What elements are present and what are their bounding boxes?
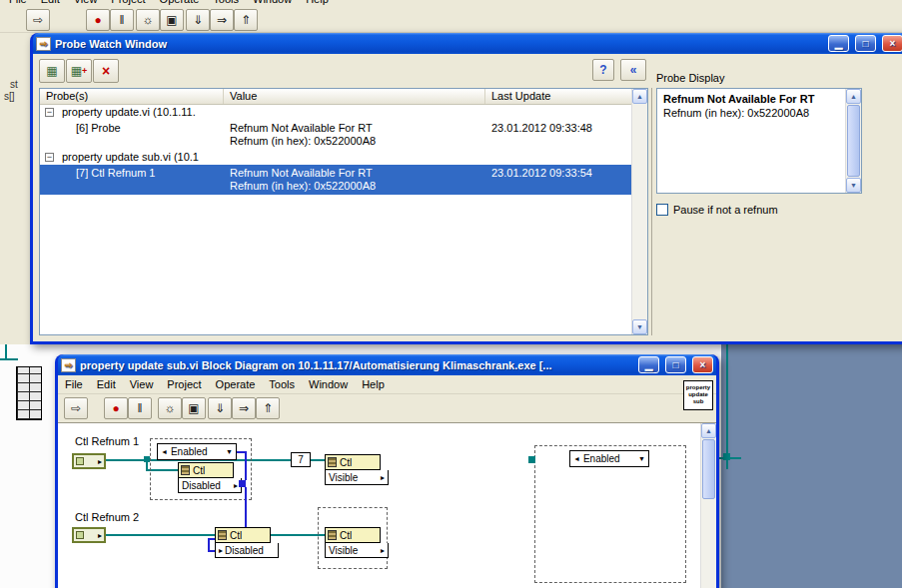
collapse-pane-icon: « (630, 63, 637, 77)
bd-titlebar[interactable]: ⇨ property update sub.vi Block Diagram o… (58, 354, 716, 375)
probe-list-scrollbar[interactable]: ▲ ▼ (631, 89, 647, 334)
step-into-button[interactable]: ⇓ (208, 397, 232, 419)
scroll-up-button[interactable]: ▲ (701, 423, 716, 438)
step-out-button[interactable]: ⇑ (234, 9, 258, 31)
menu-help[interactable]: Help (355, 376, 392, 392)
refnum-wire[interactable] (311, 459, 325, 461)
probe-row[interactable]: [6] Probe Refnum Not Available For RT Re… (40, 120, 647, 150)
menu-file[interactable]: File (2, 0, 34, 7)
diagram-scrollbar[interactable]: ▲ (700, 423, 716, 588)
add-probe-button[interactable]: ▦ + (66, 59, 92, 83)
menu-operate[interactable]: Operate (209, 376, 263, 392)
vi-icon[interactable]: property update sub (683, 380, 713, 410)
enum-wire[interactable] (245, 451, 247, 480)
refnum-glyph (76, 531, 84, 539)
property-item-disabled[interactable]: Disabled ▸ (178, 478, 242, 493)
maximize-button[interactable]: □ (855, 35, 876, 52)
step-over-button[interactable]: ⇒ (232, 397, 256, 419)
close-button[interactable]: × (882, 35, 902, 52)
property-node-header[interactable]: Ctl (215, 527, 271, 543)
refnum-wire[interactable] (271, 534, 325, 536)
control-label[interactable]: Ctl Refnum 1 (75, 435, 139, 447)
menu-help[interactable]: Help (299, 0, 336, 7)
refnum-wire[interactable] (106, 534, 215, 536)
maximize-button[interactable]: □ (665, 356, 686, 373)
scroll-thumb[interactable] (702, 439, 715, 499)
scroll-thumb[interactable] (847, 105, 860, 177)
selection-handle[interactable] (723, 453, 730, 460)
tree-collapse-icon[interactable]: − (45, 108, 54, 117)
property-node-header[interactable]: Ctl (325, 527, 381, 543)
scroll-down-button[interactable]: ▼ (846, 178, 861, 193)
pane-divider[interactable] (651, 88, 652, 335)
menu-operate[interactable]: Operate (153, 0, 207, 7)
menu-file[interactable]: File (58, 376, 90, 392)
help-button[interactable]: ? (592, 59, 614, 81)
run-button[interactable]: ⇨ (64, 397, 88, 419)
step-over-button[interactable]: ⇒ (210, 9, 234, 31)
retain-wire-values-button[interactable]: ▣ (182, 397, 206, 419)
enum-decrement-icon[interactable]: ◄ (573, 455, 580, 462)
enum-constant[interactable]: ◄ Enabled ▼ (157, 443, 237, 460)
selection-handle[interactable] (528, 456, 535, 463)
menu-tools[interactable]: Tools (206, 0, 246, 7)
tree-group-label: property update sub.vi (10.1 (62, 151, 199, 163)
run-button[interactable]: ⇨ (26, 9, 50, 31)
menu-edit[interactable]: Edit (90, 376, 123, 392)
control-label[interactable]: Ctl Refnum 2 (75, 511, 139, 523)
property-direction-icon: ▸ (381, 546, 385, 555)
menu-project[interactable]: Project (160, 376, 208, 392)
menu-view[interactable]: View (123, 376, 161, 392)
column-header-value[interactable]: Value (224, 89, 485, 104)
menu-project[interactable]: Project (104, 0, 152, 7)
column-header-probes[interactable]: Probe(s) (40, 89, 224, 104)
property-item-visible[interactable]: Visible ▸ (325, 543, 389, 558)
diagram-canvas[interactable]: Ctl Refnum 1 ▸ ◄ Enabled ▼ Ctl Disabled (58, 422, 716, 588)
probe-row-selected[interactable]: [7] Ctl Refnum 1 Refnum Not Available Fo… (40, 165, 633, 195)
minimize-button[interactable]: ▁ (638, 356, 659, 373)
menu-window[interactable]: Window (246, 0, 299, 7)
pause-button[interactable]: ‖ (128, 397, 152, 419)
tree-collapse-icon[interactable]: − (45, 153, 54, 162)
scroll-up-button[interactable]: ▲ (846, 89, 861, 104)
collapse-pane-button[interactable]: « (620, 59, 646, 81)
highlight-execution-button[interactable]: ☼ (158, 397, 182, 419)
property-direction-icon: ▸ (219, 546, 223, 555)
column-header-last-update[interactable]: Last Update (485, 89, 633, 104)
probe-watch-titlebar[interactable]: ⇨ Probe Watch Window ▁ □ × (33, 33, 902, 54)
abort-icon: ● (94, 13, 101, 27)
probe-display-box: Refnum Not Available For RT Refnum (in h… (656, 88, 862, 194)
retain-wire-values-button[interactable]: ▣ (160, 9, 184, 31)
highlight-execution-button[interactable]: ☼ (136, 9, 160, 31)
new-probe-button[interactable]: ▦ (39, 59, 65, 83)
menu-tools[interactable]: Tools (262, 376, 302, 392)
close-button[interactable]: × (692, 356, 713, 373)
abort-button[interactable]: ● (86, 9, 110, 31)
minimize-button[interactable]: ▁ (828, 35, 849, 52)
delete-probe-button[interactable]: × (93, 59, 119, 83)
ctl-refnum-2-terminal[interactable]: ▸ (72, 527, 106, 543)
probe-indicator[interactable]: 7 (291, 452, 311, 467)
menu-view[interactable]: View (67, 0, 105, 7)
property-node-header[interactable]: Ctl (178, 462, 234, 478)
scroll-down-button[interactable]: ▼ (632, 319, 647, 334)
menu-window[interactable]: Window (302, 376, 355, 392)
ctl-refnum-1-terminal[interactable]: ▸ (72, 453, 106, 469)
enum-constant[interactable]: ◄ Enabled ▼ (569, 450, 649, 467)
enum-dropdown-icon[interactable]: ▼ (226, 448, 233, 455)
pause-button[interactable]: ‖ (110, 9, 134, 31)
enum-dropdown-icon[interactable]: ▼ (638, 455, 645, 462)
property-node-header[interactable]: Ctl (325, 454, 381, 470)
enum-decrement-icon[interactable]: ◄ (161, 448, 168, 455)
step-into-button[interactable]: ⇓ (186, 9, 210, 31)
abort-button[interactable]: ● (104, 397, 128, 419)
probe-display-scrollbar[interactable]: ▲ ▼ (845, 89, 861, 193)
tree-group-row[interactable]: − property update.vi (10.1.11. (40, 105, 647, 120)
property-item-disabled[interactable]: ▸ Disabled (215, 543, 279, 558)
scroll-up-button[interactable]: ▲ (632, 89, 647, 104)
menu-edit[interactable]: Edit (34, 0, 67, 7)
property-item-visible[interactable]: Visible ▸ (325, 470, 389, 485)
tree-group-row[interactable]: − property update sub.vi (10.1 (40, 150, 647, 165)
pause-checkbox[interactable] (656, 204, 668, 216)
step-out-button[interactable]: ⇑ (256, 397, 280, 419)
